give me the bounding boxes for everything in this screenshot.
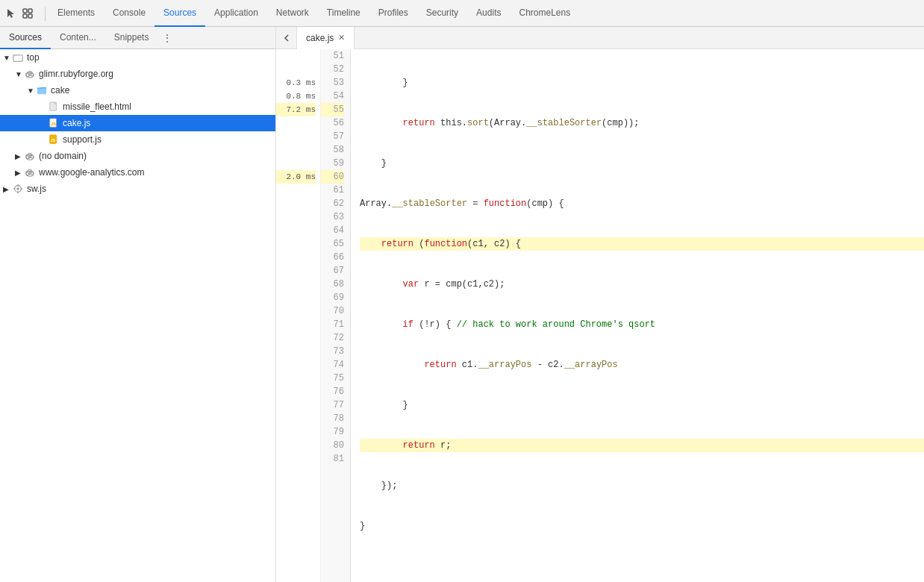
tree-item-cake-js[interactable]: JS cake.js	[0, 115, 275, 131]
ln-59: 59	[321, 157, 344, 170]
devtools-nav: Elements Console Sources Application Net…	[0, 0, 924, 27]
tab-chromelens[interactable]: ChromeLens	[510, 0, 579, 27]
cursor-icon[interactable]	[3, 5, 19, 22]
ln-77: 77	[321, 398, 344, 412]
inspect-icon[interactable]	[19, 5, 36, 22]
svg-rect-28	[21, 188, 23, 189]
separator	[45, 6, 46, 21]
file-icon-support: JS	[48, 134, 60, 146]
tree-item-missile-fleet[interactable]: missile_fleet.html	[0, 98, 275, 115]
tree-item-cake-folder[interactable]: ▼ cake	[0, 82, 275, 98]
timing-65	[276, 237, 316, 251]
tab-audits[interactable]: Audits	[467, 0, 510, 27]
arrow-top: ▼	[3, 54, 12, 62]
svg-rect-2	[23, 14, 27, 18]
timing-80	[276, 439, 316, 452]
timing-81	[276, 452, 316, 466]
ln-81: 81	[321, 452, 344, 466]
tree-item-glimr[interactable]: ▼ glimr.rubyforge.org	[0, 66, 275, 82]
ln-63: 63	[321, 210, 344, 224]
tab-profiles[interactable]: Profiles	[369, 0, 417, 27]
tree-label-sw: sw.js	[27, 184, 46, 194]
editor-area: cake.js ✕ 0.3 ms 0.8 ms 7.2 ms 2.0 ms	[276, 27, 924, 582]
tree-item-support-js[interactable]: JS support.js	[0, 131, 275, 148]
timing-76	[276, 385, 316, 398]
ln-54: 54	[321, 90, 344, 103]
tree-item-sw-js[interactable]: ▶ sw.js	[0, 181, 275, 197]
tree-label-top: top	[27, 52, 40, 63]
tab-elements[interactable]: Elements	[49, 0, 104, 27]
code-63	[360, 560, 924, 573]
close-tab-button[interactable]: ✕	[338, 33, 345, 43]
gear-file-icon-sw	[12, 183, 24, 195]
timing-77	[276, 398, 316, 412]
timing-57	[276, 130, 316, 143]
folder-icon-top	[12, 51, 24, 63]
cloud-icon-glimr	[24, 68, 36, 80]
code-58: return c1.__arrayPos - c2.__arrayPos	[360, 358, 924, 372]
code-53: }	[360, 157, 924, 170]
arrow-cake: ▼	[27, 87, 36, 95]
svg-rect-0	[23, 9, 27, 13]
code-54: Array.__stableSorter = function(cmp) {	[360, 197, 924, 210]
tree-item-google-analytics[interactable]: ▶ www.google-analytics.com	[0, 164, 275, 181]
more-tabs-button[interactable]: ⋮	[157, 27, 177, 49]
arrow-glimr: ▼	[15, 70, 24, 78]
cloud-icon-google	[24, 166, 36, 178]
arrow-no-domain: ▶	[15, 152, 24, 160]
back-button[interactable]	[276, 27, 297, 49]
svg-rect-26	[17, 192, 18, 194]
timing-74	[276, 358, 316, 372]
timing-75	[276, 372, 316, 385]
ln-56: 56	[321, 116, 344, 130]
ln-58: 58	[321, 143, 344, 157]
tree-label-google: www.google-analytics.com	[39, 167, 144, 178]
tab-content[interactable]: Conten...	[51, 27, 105, 49]
ln-62: 62	[321, 197, 344, 210]
code-editor[interactable]: 0.3 ms 0.8 ms 7.2 ms 2.0 ms	[276, 49, 924, 582]
svg-rect-3	[28, 14, 32, 18]
ln-72: 72	[321, 331, 344, 345]
tab-sources[interactable]: Sources	[154, 0, 205, 27]
tab-application[interactable]: Application	[205, 0, 267, 27]
main-area: Sources Conten... Snippets ⋮ ▼	[0, 27, 924, 582]
timing-68	[276, 278, 316, 291]
tab-console[interactable]: Console	[104, 0, 154, 27]
ln-64: 64	[321, 224, 344, 237]
tab-network[interactable]: Network	[267, 0, 318, 27]
tab-timeline[interactable]: Timeline	[318, 0, 369, 27]
code-56: var r = cmp(c1,c2);	[360, 278, 924, 291]
ln-61: 61	[321, 184, 344, 197]
tab-snippets[interactable]: Snippets	[105, 27, 158, 49]
tab-sources-secondary[interactable]: Sources	[0, 27, 51, 49]
content-area: Sources Conten... Snippets ⋮ ▼	[0, 27, 924, 582]
timing-69	[276, 291, 316, 304]
editor-tabs: cake.js ✕	[276, 27, 924, 49]
ln-60: 60	[321, 170, 344, 184]
ln-74: 74	[321, 358, 344, 372]
ln-71: 71	[321, 318, 344, 331]
editor-tab-cake-js[interactable]: cake.js ✕	[297, 27, 355, 49]
timing-64	[276, 224, 316, 237]
arrow-google: ▶	[15, 169, 24, 177]
code-content: } return this.sort(Array.__stableSorter(…	[351, 49, 924, 582]
tree-item-top[interactable]: ▼ top	[0, 49, 275, 66]
timing-78	[276, 412, 316, 425]
timing-66	[276, 251, 316, 264]
tree-label-glimr: glimr.rubyforge.org	[39, 69, 113, 79]
devtools-icons	[3, 5, 36, 22]
folder-icon-cake	[36, 84, 48, 96]
tab-security[interactable]: Security	[417, 0, 467, 27]
timing-70	[276, 304, 316, 318]
ln-75: 75	[321, 372, 344, 385]
code-61: });	[360, 479, 924, 492]
ln-69: 69	[321, 291, 344, 304]
ln-66: 66	[321, 251, 344, 264]
tree-label-missile: missile_fleet.html	[63, 101, 131, 112]
ln-52: 52	[321, 63, 344, 76]
tree-label-support: support.js	[63, 134, 102, 145]
timing-73	[276, 345, 316, 358]
timing-56	[276, 116, 316, 130]
tree-item-no-domain[interactable]: ▶ (no domain)	[0, 148, 275, 164]
ln-73: 73	[321, 345, 344, 358]
